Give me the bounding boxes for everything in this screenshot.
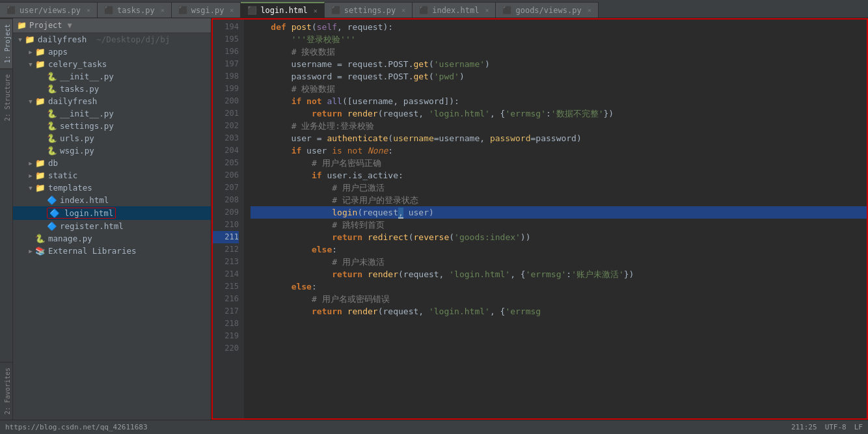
code-line-198: password = request.POST.get('pwd') — [251, 70, 867, 83]
folder-icon: 📁 — [35, 183, 46, 193]
close-tab-icon[interactable]: ✕ — [401, 7, 405, 14]
tab-user-views[interactable]: ⬛ user/views.py ✕ — [0, 2, 98, 18]
html-file-icon: 🔷 — [47, 221, 57, 231]
file-icon: ⬛ — [178, 6, 188, 15]
url-text: https://blog.csdn.net/qq_42611683 — [5, 423, 148, 431]
no-arrow — [38, 197, 47, 204]
root-label: dailyfresh ~/Desktop/dj/bj — [38, 34, 170, 44]
structure-panel-tab[interactable]: 2: Structure — [0, 68, 12, 126]
code-line-210: # 记录用户的登录状态 — [251, 194, 867, 206]
code-line-196: # 接收数据 — [251, 46, 867, 58]
register-html-label: register.html — [60, 221, 124, 231]
file-icon: ⬛ — [7, 6, 16, 15]
manage-py-label: manage.py — [48, 234, 92, 243]
no-arrow — [26, 236, 35, 242]
tree-index-html[interactable]: 🔷 index.html — [13, 194, 211, 206]
tree-init-py-celery[interactable]: 🐍 __init__.py — [13, 70, 211, 83]
code-line-205: user = authenticate(username=username, p… — [251, 132, 867, 144]
expand-arrow: ▼ — [26, 61, 35, 68]
tree-external-libraries[interactable]: ▶ 📚 External Libraries — [13, 245, 211, 257]
tree-settings-py[interactable]: 🐍 settings.py — [13, 120, 211, 132]
tab-wsgi[interactable]: ⬛ wsgi.py ✕ — [172, 2, 241, 18]
dailyfresh-sub-label: dailyfresh — [48, 96, 97, 106]
library-icon: 📚 — [35, 246, 46, 256]
file-icon: ⬛ — [247, 6, 257, 15]
py-file-icon: 🐍 — [47, 72, 57, 81]
code-lines[interactable]: def post(self, request): '''登录校验''' # 接收… — [244, 20, 867, 418]
folder-icon: 📁 — [35, 170, 46, 180]
file-icon: ⬛ — [104, 6, 114, 15]
no-arrow — [38, 123, 47, 129]
folder-icon: 📁 — [17, 21, 27, 30]
py-file-icon: 🐍 — [47, 109, 57, 118]
no-arrow — [38, 135, 47, 142]
line-col: 211:25 — [791, 423, 817, 431]
code-line-201: if not all([username, password]): — [251, 95, 867, 107]
expand-arrow: ▶ — [26, 248, 35, 254]
favorites-panel-tab[interactable]: 2: Favorites — [0, 362, 12, 420]
templates-label: templates — [48, 183, 92, 193]
tree-apps[interactable]: ▶ 📁 apps — [13, 46, 211, 58]
db-label: db — [48, 158, 58, 168]
tree-wsgi-py[interactable]: 🐍 wsgi.py — [13, 144, 211, 157]
no-arrow — [38, 148, 47, 154]
folder-icon: 📁 — [35, 96, 46, 106]
folder-icon: 📁 — [35, 59, 46, 69]
py-file-icon: 🐍 — [47, 133, 57, 143]
tree-templates[interactable]: ▼ 📁 templates — [13, 182, 211, 194]
url-display: https://blog.csdn.net/qq_42611683 — [5, 423, 148, 431]
ext-libs-label: External Libraries — [48, 246, 136, 256]
file-icon: ⬛ — [419, 6, 429, 15]
file-icon: ⬛ — [502, 6, 512, 15]
tab-index-html[interactable]: ⬛ index.html ✕ — [413, 2, 496, 18]
tab-login-html[interactable]: ⬛ login.html ✕ — [241, 2, 324, 18]
tree-celery-tasks[interactable]: ▼ 📁 celery_tasks — [13, 58, 211, 70]
line-sep: LF — [854, 423, 863, 431]
code-line-208: if user.is_active: — [251, 169, 867, 182]
code-line-207: # 用户名密码正确 — [251, 157, 867, 169]
file-icon: ⬛ — [331, 6, 341, 15]
close-tab-icon[interactable]: ✕ — [588, 7, 591, 14]
tree-static[interactable]: ▶ 📁 static — [13, 169, 211, 182]
tree-dailyfresh-sub[interactable]: ▼ 📁 dailyfresh — [13, 95, 211, 107]
tree-urls-py[interactable]: 🐍 urls.py — [13, 132, 211, 144]
py-file-icon: 🐍 — [47, 146, 57, 156]
tab-goods-views[interactable]: ⬛ goods/views.py ✕ — [496, 2, 598, 18]
close-tab-icon[interactable]: ✕ — [87, 7, 90, 14]
project-panel-tab[interactable]: 1: Project — [0, 18, 12, 68]
static-label: static — [48, 170, 77, 180]
close-tab-icon[interactable]: ✕ — [314, 7, 318, 14]
code-line-219: # 用户名或密码错误 — [251, 293, 867, 305]
no-arrow — [38, 74, 47, 80]
tree-manage-py[interactable]: 🐍 manage.py — [13, 232, 211, 245]
project-tree: 📁 Project ▼ ▼ 📁 dailyfresh ~/Desktop/dj/… — [13, 18, 211, 420]
tree-register-html[interactable]: 🔷 register.html — [13, 220, 211, 232]
encoding: UTF-8 — [825, 423, 847, 431]
py-file-icon: 🐍 — [47, 121, 57, 131]
html-file-icon: 🔷 — [49, 208, 60, 218]
tab-settings[interactable]: ⬛ settings.py ✕ — [325, 2, 413, 18]
close-tab-icon[interactable]: ✕ — [230, 7, 234, 14]
tree-init-py-df[interactable]: 🐍 __init__.py — [13, 107, 211, 120]
code-line-215: else: — [251, 243, 867, 256]
py-file-icon: 🐍 — [47, 84, 57, 94]
tree-login-html[interactable]: 🔷 login.html — [13, 206, 211, 220]
tab-tasks[interactable]: ⬛ tasks.py ✕ — [98, 2, 172, 18]
code-line-209: # 用户已激活 — [251, 182, 867, 194]
tab-bar: ⬛ user/views.py ✕ ⬛ tasks.py ✕ ⬛ wsgi.py… — [0, 0, 868, 18]
close-tab-icon[interactable]: ✕ — [161, 7, 165, 14]
expand-arrow: ▶ — [26, 172, 35, 179]
code-line-214: return redirect(reverse('goods:index')) — [251, 231, 867, 243]
close-tab-icon[interactable]: ✕ — [485, 7, 489, 14]
expand-arrow: ▼ — [16, 36, 25, 43]
settings-py-label: settings.py — [60, 121, 114, 131]
code-line-216: # 用户未激活 — [251, 256, 867, 268]
code-line-206: if user is not None: — [251, 144, 867, 157]
project-header: 📁 Project ▼ — [13, 18, 211, 33]
code-content: 194 195 196 197 198 199 200 201 202 203 … — [213, 20, 867, 418]
tree-db[interactable]: ▶ 📁 db — [13, 157, 211, 169]
folder-icon: 📁 — [35, 47, 46, 57]
code-editor[interactable]: 194 195 196 197 198 199 200 201 202 203 … — [211, 18, 868, 420]
tree-root[interactable]: ▼ 📁 dailyfresh ~/Desktop/dj/bj — [13, 33, 211, 46]
tree-tasks-py[interactable]: 🐍 tasks.py — [13, 83, 211, 95]
